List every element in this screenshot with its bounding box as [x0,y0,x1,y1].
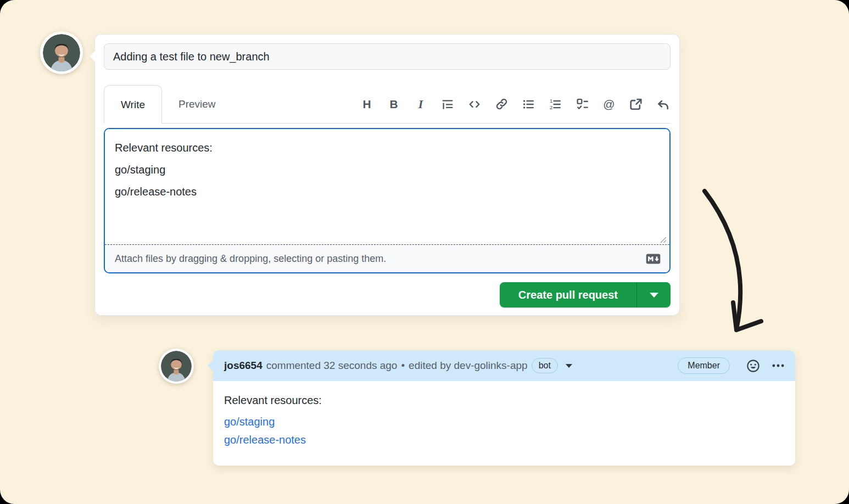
kebab-menu-icon[interactable] [771,359,785,373]
avatar[interactable] [40,31,83,74]
page-background: Write Preview H B I [0,0,849,504]
comment-body: Relevant resources: go/staging go/releas… [213,381,795,466]
italic-icon[interactable]: I [414,98,427,111]
create-pull-request-dropdown[interactable] [636,282,671,307]
speech-tail [89,51,100,62]
smiley-icon[interactable] [746,359,761,373]
comment-timestamp: commented 32 seconds ago [266,360,398,372]
heading-icon[interactable]: H [360,98,373,111]
cross-reference-icon[interactable] [629,98,643,111]
golink-staging[interactable]: go/staging [224,413,784,431]
svg-text:2: 2 [550,104,552,110]
code-icon[interactable] [468,98,481,111]
pr-body-textarea[interactable]: Relevant resources: go/staging go/releas… [105,129,669,244]
create-pull-request-button[interactable]: Create pull request [500,282,636,307]
avatar-photo [161,351,192,382]
link-icon[interactable] [495,98,508,111]
markdown-icon[interactable] [646,254,661,264]
speech-tail [208,360,219,371]
comment-header: jos6654 commented 32 seconds ago • edite… [213,350,795,381]
svg-text:1: 1 [550,98,552,104]
composer-actions: Create pull request [104,282,671,307]
markdown-toolbar: H B I [360,98,669,111]
create-pull-request-split-button: Create pull request [500,282,671,307]
chevron-down-icon [650,293,658,298]
comment-intro-text: Relevant resources: [224,394,784,407]
golink-release-notes[interactable]: go/release-notes [224,431,784,449]
pr-composer-card: Write Preview H B I [94,34,680,316]
avatar-photo [43,34,80,71]
reply-icon[interactable] [656,98,669,111]
tab-preview[interactable]: Preview [162,85,232,123]
tab-write[interactable]: Write [104,85,162,124]
comment-avatar[interactable] [159,349,194,384]
comment-card: jos6654 commented 32 seconds ago • edite… [213,350,795,466]
bot-badge: bot [532,358,558,373]
unordered-list-icon[interactable] [522,98,535,111]
separator-dot: • [401,360,405,372]
attach-hint-text: Attach files by dragging & dropping, sel… [115,253,386,265]
pr-title-input[interactable] [104,43,671,70]
bold-icon[interactable]: B [387,98,400,111]
quote-icon[interactable] [441,98,454,111]
member-badge: Member [678,357,730,374]
editor-tab-bar: Write Preview H B I [104,85,671,124]
resize-grip-icon[interactable] [660,237,667,243]
ordered-list-icon[interactable]: 1 2 [549,98,562,111]
attach-files-bar[interactable]: Attach files by dragging & dropping, sel… [105,244,669,272]
task-list-icon[interactable] [576,98,589,111]
pr-body-editor: Relevant resources: go/staging go/releas… [104,128,671,273]
comment-author[interactable]: jos6654 [224,360,262,372]
edited-by-text: edited by dev-golinks-app [409,360,528,372]
edit-history-chevron-down-icon[interactable] [566,364,572,368]
mention-icon[interactable]: @ [602,98,616,111]
